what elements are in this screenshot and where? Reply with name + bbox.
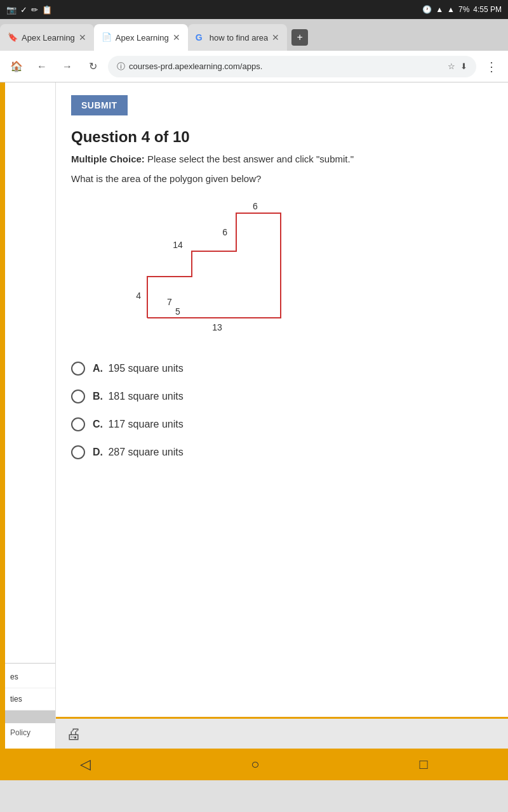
back-button[interactable]: ←: [32, 56, 52, 77]
battery-text: 7%: [458, 5, 469, 14]
tab3-close[interactable]: ✕: [272, 32, 279, 43]
menu-button[interactable]: ⋮: [481, 56, 502, 77]
status-right: 🕐 ▲ ▲ 7% 4:55 PM: [422, 5, 502, 14]
status-bar: 📷 ✓ ✏ 📋 🕐 ▲ ▲ 7% 4:55 PM: [0, 0, 508, 19]
choices-area: A. 195 square units B. 181 square units …: [71, 362, 493, 459]
submit-button[interactable]: SUBMIT: [71, 95, 128, 115]
refresh-button[interactable]: ↻: [83, 56, 103, 77]
instruction-rest: Please select the best answer and click …: [145, 154, 354, 164]
choice-d-letter: D.: [93, 447, 103, 457]
quiz-area: SUBMIT Question 4 of 10 Multiple Choice:…: [56, 82, 508, 717]
forward-button[interactable]: →: [57, 56, 77, 77]
tab2-label: Apex Learning: [116, 33, 169, 43]
question-title: Question 4 of 10: [71, 128, 493, 146]
radio-d[interactable]: [71, 445, 85, 459]
url-bar[interactable]: ⓘ courses-prd.apexlearning.com/apps. ☆ ⬇: [108, 56, 476, 77]
bottom-toolbar: 🖨: [56, 717, 508, 749]
wifi-icon: ▲: [447, 5, 455, 14]
clipboard-icon: 📋: [42, 5, 52, 15]
tab1-icon: 🔖: [8, 32, 18, 43]
label-7: 7: [167, 297, 172, 307]
android-nav-bar: ◁ ○ □: [0, 749, 508, 780]
label-4: 4: [136, 291, 141, 301]
choice-c[interactable]: C. 117 square units: [71, 417, 493, 431]
tab2-close[interactable]: ✕: [173, 32, 180, 43]
new-tab-button[interactable]: +: [287, 24, 312, 51]
radio-b[interactable]: [71, 390, 85, 403]
tab-apex-learning-2[interactable]: 📄 Apex Learning ✕: [94, 24, 188, 51]
radio-c[interactable]: [71, 417, 85, 431]
choice-a-text: 195 square units: [108, 363, 183, 374]
tab-apex-learning-1[interactable]: 🔖 Apex Learning ✕: [0, 24, 94, 51]
tab1-close[interactable]: ✕: [79, 32, 86, 43]
download-icon[interactable]: ⬇: [460, 62, 467, 71]
choice-a-label: A. 195 square units: [93, 363, 184, 374]
home-nav-icon[interactable]: ○: [251, 756, 259, 773]
choice-d[interactable]: D. 287 square units: [71, 445, 493, 459]
address-bar: 🏠 ← → ↻ ⓘ courses-prd.apexlearning.com/a…: [0, 51, 508, 82]
choice-a[interactable]: A. 195 square units: [71, 362, 493, 376]
back-nav-icon[interactable]: ◁: [80, 756, 91, 773]
screenshot-icon: 📷: [6, 5, 17, 15]
info-icon: ⓘ: [117, 61, 125, 72]
label-5: 5: [175, 306, 180, 317]
choice-b-label: B. 181 square units: [93, 391, 184, 402]
label-13: 13: [212, 322, 222, 332]
sidebar-gray-box: [5, 710, 55, 723]
sidebar-item-es[interactable]: es: [5, 666, 55, 688]
tab2-icon: 📄: [102, 32, 112, 43]
choice-a-letter: A.: [93, 363, 103, 374]
choice-c-text: 117 square units: [108, 419, 183, 429]
sidebar-item-ties[interactable]: ties: [5, 688, 55, 710]
status-left: 📷 ✓ ✏ 📋: [6, 5, 52, 15]
tab-how-to-find-area[interactable]: G how to find area ✕: [188, 24, 288, 51]
choice-b-text: 181 square units: [108, 391, 183, 402]
tab3-icon: G: [196, 32, 206, 43]
url-text: courses-prd.apexlearning.com/apps.: [129, 62, 444, 71]
sidebar: es ties Policy: [5, 82, 56, 749]
radio-a[interactable]: [71, 362, 85, 376]
tab3-label: how to find area: [210, 33, 269, 43]
signal-icon: ▲: [436, 5, 443, 14]
pencil-icon: ✏: [31, 5, 38, 15]
print-icon[interactable]: 🖨: [66, 725, 81, 743]
choice-d-text: 287 square units: [108, 447, 183, 457]
policy-link[interactable]: Policy: [5, 723, 55, 742]
label-6-top: 6: [253, 201, 258, 211]
tab1-label: Apex Learning: [22, 33, 75, 43]
time-display: 4:55 PM: [473, 5, 502, 14]
polygon-diagram: 6 6 14 4 7 5 13: [84, 194, 493, 349]
choice-d-label: D. 287 square units: [93, 447, 184, 458]
choice-b[interactable]: B. 181 square units: [71, 390, 493, 403]
instruction-text: Multiple Choice: Please select the best …: [71, 154, 493, 164]
recent-nav-icon[interactable]: □: [420, 756, 428, 773]
home-button[interactable]: 🏠: [6, 56, 27, 77]
choice-b-letter: B.: [93, 391, 103, 402]
check-icon: ✓: [20, 5, 27, 15]
tab-bar: 🔖 Apex Learning ✕ 📄 Apex Learning ✕ G ho…: [0, 19, 508, 51]
label-6-side: 6: [222, 227, 227, 237]
question-text: What is the area of the polygon given be…: [71, 173, 493, 184]
instruction-bold: Multiple Choice:: [71, 154, 145, 164]
alarm-icon: 🕐: [422, 5, 432, 14]
choice-c-letter: C.: [93, 419, 103, 429]
label-14: 14: [173, 240, 183, 250]
star-icon[interactable]: ☆: [448, 62, 455, 71]
choice-c-label: C. 117 square units: [93, 419, 184, 430]
left-orange-bar: [0, 82, 5, 749]
